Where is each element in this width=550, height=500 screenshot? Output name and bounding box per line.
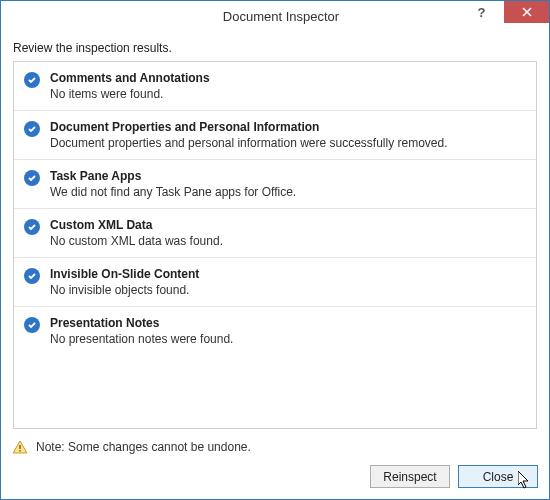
- window-close-button[interactable]: [504, 1, 549, 23]
- result-desc: No invisible objects found.: [50, 283, 526, 297]
- result-title: Document Properties and Personal Informa…: [50, 120, 526, 134]
- help-button[interactable]: ?: [459, 1, 504, 23]
- check-icon: [22, 219, 42, 235]
- instruction-text: Review the inspection results.: [13, 41, 537, 55]
- title-bar: Document Inspector ?: [1, 1, 549, 31]
- svg-rect-4: [19, 450, 20, 452]
- result-title: Comments and Annotations: [50, 71, 526, 85]
- dialog-content: Review the inspection results. Comments …: [1, 31, 549, 441]
- result-item: Presentation Notes No presentation notes…: [14, 307, 536, 355]
- result-title: Custom XML Data: [50, 218, 526, 232]
- warning-icon: [12, 439, 28, 455]
- check-icon: [22, 268, 42, 284]
- window-controls: ?: [459, 1, 549, 31]
- result-item: Invisible On-Slide Content No invisible …: [14, 258, 536, 307]
- check-icon: [22, 317, 42, 333]
- result-desc: We did not find any Task Pane apps for O…: [50, 185, 526, 199]
- result-desc: Document properties and personal informa…: [50, 136, 526, 150]
- result-item: Comments and Annotations No items were f…: [14, 62, 536, 111]
- result-item: Document Properties and Personal Informa…: [14, 111, 536, 160]
- check-icon: [22, 170, 42, 186]
- button-row: Reinspect Close: [12, 465, 538, 488]
- result-item: Custom XML Data No custom XML data was f…: [14, 209, 536, 258]
- check-icon: [22, 121, 42, 137]
- result-item: Task Pane Apps We did not find any Task …: [14, 160, 536, 209]
- dialog-footer: Note: Some changes cannot be undone. Rei…: [0, 429, 550, 500]
- check-icon: [22, 72, 42, 88]
- result-title: Task Pane Apps: [50, 169, 526, 183]
- close-icon: [522, 7, 532, 17]
- note-text: Note: Some changes cannot be undone.: [36, 440, 251, 454]
- svg-rect-3: [19, 445, 20, 449]
- result-title: Presentation Notes: [50, 316, 526, 330]
- reinspect-button[interactable]: Reinspect: [370, 465, 450, 488]
- results-panel: Comments and Annotations No items were f…: [13, 61, 537, 429]
- result-title: Invisible On-Slide Content: [50, 267, 526, 281]
- result-desc: No presentation notes were found.: [50, 332, 526, 346]
- result-desc: No items were found.: [50, 87, 526, 101]
- close-button[interactable]: Close: [458, 465, 538, 488]
- note-row: Note: Some changes cannot be undone.: [12, 439, 538, 455]
- result-desc: No custom XML data was found.: [50, 234, 526, 248]
